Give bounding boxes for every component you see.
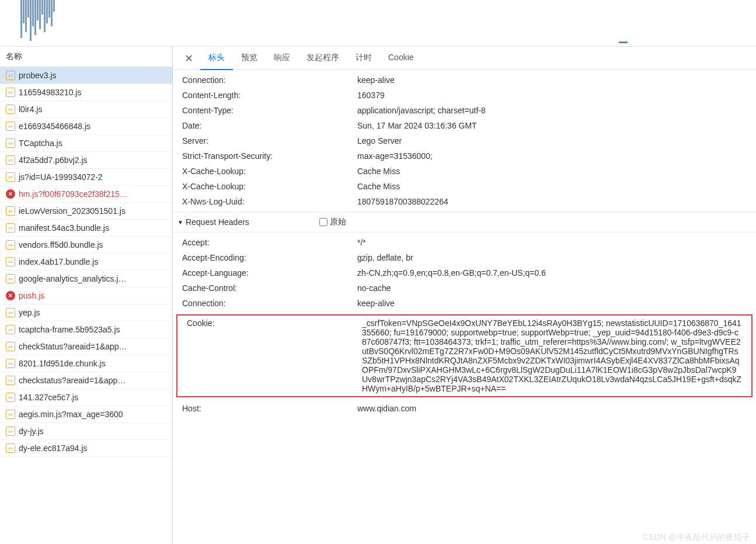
header-key: Accept: xyxy=(182,238,357,247)
request-headers-section[interactable]: ▼ Request Headers 原始 xyxy=(173,212,756,233)
js-file-icon xyxy=(6,71,15,80)
header-value: www.qidian.com xyxy=(357,404,747,413)
file-name-label: index.4ab17.bundle.js xyxy=(19,257,98,266)
header-value: 160379 xyxy=(357,91,747,100)
cookie-row: Cookie: _csrfToken=VNpSGeOeI4x9OxUNY7BeY… xyxy=(177,316,751,396)
js-file-icon xyxy=(6,325,15,334)
response-headers: Connection:keep-aliveContent-Length:1603… xyxy=(173,70,756,212)
file-item[interactable]: checkstatus?areaid=1&app… xyxy=(0,372,172,389)
file-name-label: checkstatus?areaid=1&app… xyxy=(19,376,126,385)
file-item[interactable]: yep.js xyxy=(0,304,172,321)
file-name-label: js?id=UA-199934072-2 xyxy=(19,172,103,182)
file-item[interactable]: push.js xyxy=(0,287,172,304)
js-file-icon xyxy=(6,122,15,131)
file-item[interactable]: google-analytics_analytics.j… xyxy=(0,271,172,287)
error-icon xyxy=(6,291,15,300)
file-name-label: yep.js xyxy=(19,308,40,317)
header-value: */* xyxy=(357,238,747,247)
raw-checkbox[interactable] xyxy=(319,218,328,226)
timeline-chart[interactable] xyxy=(0,0,756,47)
header-key: Strict-Transport-Security: xyxy=(182,151,357,161)
file-item[interactable]: vendors.ff5d0.bundle.js xyxy=(0,237,172,254)
raw-toggle[interactable]: 原始 xyxy=(319,217,346,227)
file-item[interactable]: 4f2a5dd7.p6bvj2.js xyxy=(0,152,172,169)
tab-5[interactable]: Cookie xyxy=(380,47,422,70)
cookie-highlight-box: Cookie: _csrfToken=VNpSGeOeI4x9OxUNY7BeY… xyxy=(176,314,752,397)
header-value: zh-CN,zh;q=0.9,en;q=0.8,en-GB;q=0.7,en-U… xyxy=(357,268,747,278)
header-key: Accept-Language: xyxy=(182,268,357,278)
file-item[interactable]: ieLowVersion_2023051501.js xyxy=(0,203,172,220)
header-value: Cache Miss xyxy=(357,182,747,191)
tab-0[interactable]: 标头 xyxy=(200,47,233,70)
file-item[interactable]: checkStatus?areaid=1&app… xyxy=(0,338,172,355)
header-row: Connection:keep-alive xyxy=(173,296,756,311)
header-value: keep-alive xyxy=(357,75,747,85)
header-row: X-Nws-Log-Uuid:18075918700388022264 xyxy=(173,194,756,209)
chart-marker xyxy=(619,41,628,43)
file-item[interactable]: manifest.54ac3.bundle.js xyxy=(0,220,172,237)
file-name-label: 4f2a5dd7.p6bvj2.js xyxy=(19,155,88,165)
file-name-label: 116594983210.js xyxy=(19,88,81,97)
file-item[interactable]: dy-jy.js xyxy=(0,423,172,440)
js-file-icon xyxy=(6,240,15,250)
file-item[interactable]: e1669345466848.js xyxy=(0,118,172,135)
file-item[interactable]: aegis.min.js?max_age=3600 xyxy=(0,406,172,423)
file-name-label: google-analytics_analytics.j… xyxy=(19,274,126,283)
close-icon[interactable]: ✕ xyxy=(177,52,200,65)
header-row: X-Cache-Lookup:Cache Miss xyxy=(173,164,756,179)
file-list: probev3.js116594983210.jsl0ir4.jse166934… xyxy=(0,67,172,457)
file-item[interactable]: TCaptcha.js xyxy=(0,135,172,152)
header-row: Connection:keep-alive xyxy=(173,72,756,88)
header-key: Cache-Control: xyxy=(182,283,357,293)
file-item[interactable]: l0ir4.js xyxy=(0,101,172,118)
header-row: Strict-Transport-Security:max-age=315360… xyxy=(173,148,756,164)
header-key: Connection: xyxy=(182,299,357,308)
error-icon xyxy=(6,189,15,199)
js-file-icon xyxy=(6,410,15,419)
header-value: Lego Server xyxy=(357,136,747,145)
header-key: X-Cache-Lookup: xyxy=(182,167,357,176)
file-name-label: l0ir4.js xyxy=(19,105,42,114)
sidebar-title: 名称 xyxy=(0,47,172,67)
header-value: keep-alive xyxy=(357,299,747,308)
file-name-label: tcaptcha-frame.5b9523a5.js xyxy=(19,325,120,334)
header-value: gzip, deflate, br xyxy=(357,253,747,262)
file-item[interactable]: 141.327ce5c7.js xyxy=(0,389,172,406)
file-item[interactable]: dy-ele.ec817a94.js xyxy=(0,440,172,457)
tab-3[interactable]: 发起程序 xyxy=(298,47,347,70)
header-value: 18075918700388022264 xyxy=(357,197,747,206)
file-item[interactable]: probev3.js xyxy=(0,67,172,84)
header-row: Accept-Encoding:gzip, deflate, br xyxy=(173,250,756,265)
header-row: Content-Length:160379 xyxy=(173,88,756,103)
chevron-down-icon: ▼ xyxy=(177,219,183,226)
tab-1[interactable]: 预览 xyxy=(233,47,266,70)
file-item[interactable]: 8201.1fd951de.chunk.js xyxy=(0,355,172,372)
file-item[interactable]: tcaptcha-frame.5b9523a5.js xyxy=(0,321,172,338)
js-file-icon xyxy=(6,105,15,114)
js-file-icon xyxy=(6,342,15,351)
header-key: Host: xyxy=(182,404,357,413)
section-title-label: Request Headers xyxy=(186,217,249,227)
file-item[interactable]: hm.js?f00f67093ce2f38f215… xyxy=(0,186,172,203)
tab-4[interactable]: 计时 xyxy=(347,47,380,70)
file-name-label: 141.327ce5c7.js xyxy=(19,393,78,402)
file-item[interactable]: 116594983210.js xyxy=(0,84,172,101)
file-name-label: vendors.ff5d0.bundle.js xyxy=(19,240,103,250)
file-item[interactable]: index.4ab17.bundle.js xyxy=(0,254,172,271)
file-item[interactable]: js?id=UA-199934072-2 xyxy=(0,169,172,186)
header-key: Content-Type: xyxy=(182,106,357,115)
file-name-label: hm.js?f00f67093ce2f38f215… xyxy=(19,189,128,199)
header-key: Date: xyxy=(182,121,357,130)
header-key: Content-Length: xyxy=(182,91,357,100)
header-row: Cache-Control:no-cache xyxy=(173,280,756,296)
details-panel: ✕ 标头预览响应发起程序计时Cookie Connection:keep-ali… xyxy=(173,47,756,544)
header-row: Content-Type:application/javascript; cha… xyxy=(173,103,756,118)
file-name-label: probev3.js xyxy=(19,71,57,80)
header-key: X-Nws-Log-Uuid: xyxy=(182,197,357,206)
tab-2[interactable]: 响应 xyxy=(266,47,298,70)
request-headers-post: Host:www.qidian.com xyxy=(173,399,756,418)
header-key: Connection: xyxy=(182,75,357,85)
js-file-icon xyxy=(6,155,15,165)
tab-bar: ✕ 标头预览响应发起程序计时Cookie xyxy=(173,47,756,70)
js-file-icon xyxy=(6,172,15,182)
